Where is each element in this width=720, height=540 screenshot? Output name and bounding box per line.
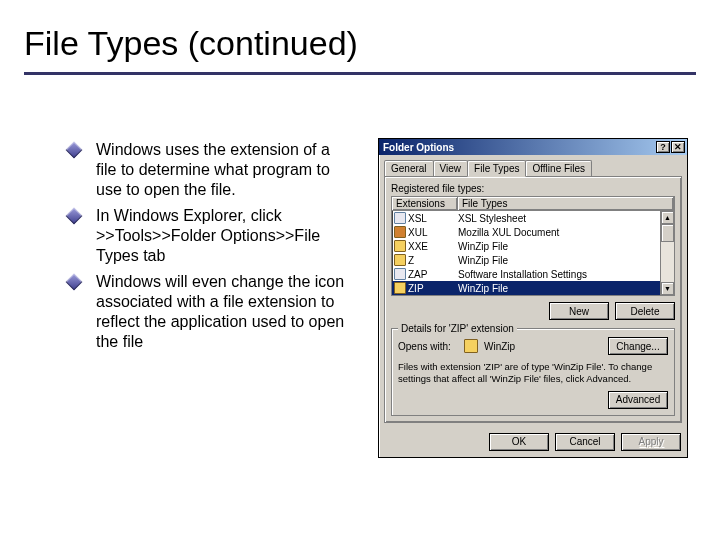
help-button[interactable]: ? xyxy=(656,141,670,153)
cancel-button[interactable]: Cancel xyxy=(555,433,615,451)
opens-with-label: Opens with: xyxy=(398,341,458,352)
dialog-titlebar[interactable]: Folder Options ? ✕ xyxy=(379,139,687,155)
diamond-icon xyxy=(66,142,83,159)
advanced-row: Advanced xyxy=(398,391,668,409)
tab-file-types[interactable]: File Types xyxy=(467,160,526,177)
title-underline xyxy=(24,72,696,75)
advanced-button[interactable]: Advanced xyxy=(608,391,668,409)
ok-button[interactable]: OK xyxy=(489,433,549,451)
bullet-text: In Windows Explorer, click >>Tools>>Fold… xyxy=(96,207,320,264)
delete-button[interactable]: Delete xyxy=(615,302,675,320)
list-headers: Extensions File Types xyxy=(392,197,674,211)
tab-offline-files[interactable]: Offline Files xyxy=(525,160,592,176)
file-icon xyxy=(394,226,406,238)
list-buttons: New Delete xyxy=(391,302,675,320)
winzip-icon xyxy=(464,339,478,353)
table-row[interactable]: XUL Mozilla XUL Document xyxy=(392,225,674,239)
row-type: WinZip File xyxy=(458,255,674,266)
table-row[interactable]: Z WinZip File xyxy=(392,253,674,267)
diamond-icon xyxy=(66,274,83,291)
scroll-up-icon[interactable]: ▲ xyxy=(661,211,674,224)
row-ext: Z xyxy=(408,255,458,266)
file-icon xyxy=(394,282,406,294)
table-row[interactable]: ZIP WinZip File xyxy=(392,281,674,295)
new-button[interactable]: New xyxy=(549,302,609,320)
header-file-types[interactable]: File Types xyxy=(458,197,674,210)
registered-types-label: Registered file types: xyxy=(391,183,675,194)
dialog-footer: OK Cancel Apply xyxy=(379,428,687,457)
tab-view[interactable]: View xyxy=(433,160,469,176)
row-ext: XSL xyxy=(408,213,458,224)
file-icon xyxy=(394,240,406,252)
apply-button[interactable]: Apply xyxy=(621,433,681,451)
list-item: In Windows Explorer, click >>Tools>>Fold… xyxy=(68,206,354,266)
file-icon xyxy=(394,212,406,224)
diamond-icon xyxy=(66,208,83,225)
bullet-list: Windows uses the extension of a file to … xyxy=(68,140,354,358)
file-icon xyxy=(394,254,406,266)
dialog-title: Folder Options xyxy=(381,142,655,153)
list-item: Windows uses the extension of a file to … xyxy=(68,140,354,200)
scrollbar[interactable]: ▲ ▼ xyxy=(660,211,674,295)
file-types-listbox[interactable]: Extensions File Types XSL XSL Stylesheet… xyxy=(391,196,675,296)
tab-general[interactable]: General xyxy=(384,160,434,176)
groupbox-title: Details for 'ZIP' extension xyxy=(398,323,517,334)
row-type: Software Installation Settings xyxy=(458,269,674,280)
table-row[interactable]: XSL XSL Stylesheet xyxy=(392,211,674,225)
scroll-down-icon[interactable]: ▼ xyxy=(661,282,674,295)
folder-options-dialog: Folder Options ? ✕ General View File Typ… xyxy=(378,138,688,458)
row-type: WinZip File xyxy=(458,241,674,252)
row-type: WinZip File xyxy=(458,283,674,294)
tab-panel: Registered file types: Extensions File T… xyxy=(384,176,682,423)
header-extensions[interactable]: Extensions xyxy=(392,197,458,210)
tab-strip: General View File Types Offline Files xyxy=(384,160,682,176)
table-row[interactable]: XXE WinZip File xyxy=(392,239,674,253)
bullet-text: Windows will even change the icon associ… xyxy=(96,273,344,350)
scroll-thumb[interactable] xyxy=(661,224,674,242)
opens-with-app: WinZip xyxy=(484,341,602,352)
row-type: XSL Stylesheet xyxy=(458,213,674,224)
details-groupbox: Details for 'ZIP' extension Opens with: … xyxy=(391,328,675,416)
table-row[interactable]: ZAP Software Installation Settings xyxy=(392,267,674,281)
row-ext: ZIP xyxy=(408,283,458,294)
details-hint: Files with extension 'ZIP' are of type '… xyxy=(398,361,668,385)
list-rows: XSL XSL Stylesheet XUL Mozilla XUL Docum… xyxy=(392,211,674,295)
close-button[interactable]: ✕ xyxy=(671,141,685,153)
slide-title: File Types (continued) xyxy=(24,24,358,63)
bullet-text: Windows uses the extension of a file to … xyxy=(96,141,330,198)
row-type: Mozilla XUL Document xyxy=(458,227,674,238)
opens-with-row: Opens with: WinZip Change... xyxy=(398,337,668,355)
change-button[interactable]: Change... xyxy=(608,337,668,355)
file-icon xyxy=(394,268,406,280)
list-item: Windows will even change the icon associ… xyxy=(68,272,354,352)
row-ext: XXE xyxy=(408,241,458,252)
row-ext: ZAP xyxy=(408,269,458,280)
row-ext: XUL xyxy=(408,227,458,238)
